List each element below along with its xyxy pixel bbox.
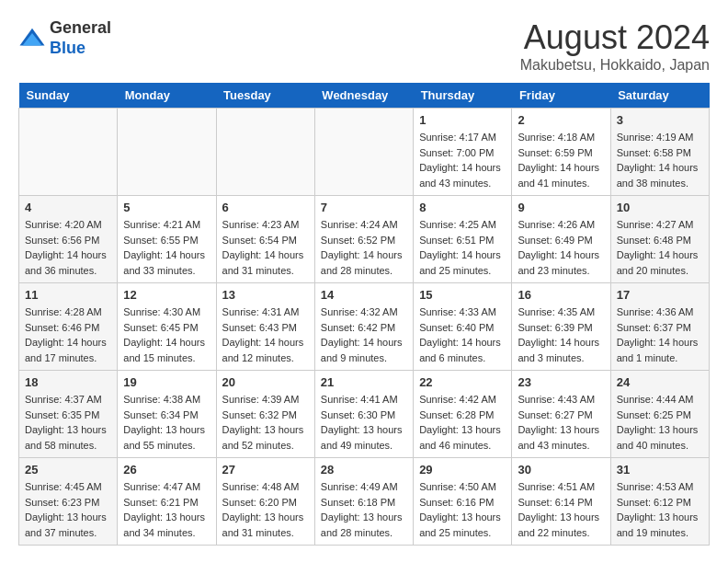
day-detail: Sunrise: 4:38 AMSunset: 6:34 PMDaylight:…	[123, 392, 210, 453]
day-detail: Sunrise: 4:35 AMSunset: 6:39 PMDaylight:…	[518, 304, 604, 365]
day-detail: Sunrise: 4:33 AMSunset: 6:40 PMDaylight:…	[419, 304, 506, 365]
calendar-cell: 15Sunrise: 4:33 AMSunset: 6:40 PMDayligh…	[414, 283, 512, 371]
day-detail: Sunrise: 4:32 AMSunset: 6:42 PMDaylight:…	[321, 304, 407, 365]
day-detail: Sunrise: 4:45 AMSunset: 6:23 PMDaylight:…	[25, 479, 111, 540]
logo-icon	[18, 25, 46, 52]
day-number: 5	[123, 201, 210, 214]
day-detail: Sunrise: 4:25 AMSunset: 6:51 PMDaylight:…	[419, 217, 506, 278]
calendar-cell: 22Sunrise: 4:42 AMSunset: 6:28 PMDayligh…	[414, 371, 512, 458]
week-row-1: 1Sunrise: 4:17 AMSunset: 7:00 PMDaylight…	[19, 109, 710, 196]
day-number: 20	[222, 375, 309, 389]
day-number: 24	[617, 375, 703, 389]
day-number: 9	[518, 201, 604, 214]
day-detail: Sunrise: 4:31 AMSunset: 6:43 PMDaylight:…	[222, 304, 309, 365]
col-header-wednesday: Wednesday	[314, 83, 413, 109]
day-detail: Sunrise: 4:51 AMSunset: 6:14 PMDaylight:…	[518, 479, 604, 540]
week-row-4: 18Sunrise: 4:37 AMSunset: 6:35 PMDayligh…	[19, 371, 710, 458]
day-number: 31	[617, 463, 703, 477]
day-number: 2	[518, 113, 604, 127]
calendar-cell: 31Sunrise: 4:53 AMSunset: 6:12 PMDayligh…	[610, 458, 709, 546]
day-number: 27	[222, 463, 309, 477]
calendar-cell: 28Sunrise: 4:49 AMSunset: 6:18 PMDayligh…	[314, 458, 413, 546]
day-detail: Sunrise: 4:26 AMSunset: 6:49 PMDaylight:…	[518, 217, 604, 278]
day-detail: Sunrise: 4:44 AMSunset: 6:25 PMDaylight:…	[617, 392, 703, 453]
calendar-cell: 16Sunrise: 4:35 AMSunset: 6:39 PMDayligh…	[512, 283, 610, 371]
day-detail: Sunrise: 4:37 AMSunset: 6:35 PMDaylight:…	[25, 392, 111, 453]
day-detail: Sunrise: 4:41 AMSunset: 6:30 PMDaylight:…	[321, 392, 407, 453]
day-detail: Sunrise: 4:30 AMSunset: 6:45 PMDaylight:…	[123, 304, 210, 365]
calendar-cell	[118, 109, 216, 196]
calendar-cell: 23Sunrise: 4:43 AMSunset: 6:27 PMDayligh…	[512, 371, 610, 458]
day-number: 11	[25, 288, 111, 302]
calendar-cell: 11Sunrise: 4:28 AMSunset: 6:46 PMDayligh…	[19, 283, 118, 371]
day-detail: Sunrise: 4:28 AMSunset: 6:46 PMDaylight:…	[25, 304, 111, 365]
logo: General Blue	[18, 18, 111, 58]
day-number: 21	[321, 375, 407, 389]
day-number: 16	[518, 288, 604, 302]
col-header-tuesday: Tuesday	[216, 83, 314, 109]
day-number: 26	[123, 463, 210, 477]
day-detail: Sunrise: 4:24 AMSunset: 6:52 PMDaylight:…	[321, 217, 407, 278]
calendar-cell: 12Sunrise: 4:30 AMSunset: 6:45 PMDayligh…	[118, 283, 216, 371]
day-number: 22	[419, 375, 506, 389]
day-number: 3	[617, 113, 703, 127]
calendar-header-row: SundayMondayTuesdayWednesdayThursdayFrid…	[19, 83, 710, 109]
day-detail: Sunrise: 4:36 AMSunset: 6:37 PMDaylight:…	[617, 304, 703, 365]
calendar-cell: 7Sunrise: 4:24 AMSunset: 6:52 PMDaylight…	[314, 196, 413, 283]
day-number: 8	[419, 201, 506, 214]
day-number: 7	[321, 201, 407, 214]
day-number: 19	[123, 375, 210, 389]
day-detail: Sunrise: 4:49 AMSunset: 6:18 PMDaylight:…	[321, 479, 407, 540]
calendar-cell: 4Sunrise: 4:20 AMSunset: 6:56 PMDaylight…	[19, 196, 118, 283]
day-detail: Sunrise: 4:27 AMSunset: 6:48 PMDaylight:…	[617, 217, 703, 278]
calendar-cell: 6Sunrise: 4:23 AMSunset: 6:54 PMDaylight…	[216, 196, 314, 283]
calendar-cell: 29Sunrise: 4:50 AMSunset: 6:16 PMDayligh…	[414, 458, 512, 546]
day-number: 10	[617, 201, 703, 214]
calendar-cell	[216, 109, 314, 196]
logo-text-general: General	[50, 18, 111, 37]
calendar-cell: 19Sunrise: 4:38 AMSunset: 6:34 PMDayligh…	[118, 371, 216, 458]
col-header-sunday: Sunday	[19, 83, 118, 109]
day-number: 18	[25, 375, 111, 389]
day-number: 30	[518, 463, 604, 477]
col-header-thursday: Thursday	[414, 83, 512, 109]
day-detail: Sunrise: 4:42 AMSunset: 6:28 PMDaylight:…	[419, 392, 506, 453]
logo-text-blue: Blue	[50, 39, 85, 57]
day-number: 29	[419, 463, 506, 477]
day-number: 12	[123, 288, 210, 302]
day-detail: Sunrise: 4:53 AMSunset: 6:12 PMDaylight:…	[617, 479, 703, 540]
week-row-3: 11Sunrise: 4:28 AMSunset: 6:46 PMDayligh…	[19, 283, 710, 371]
page-header: General Blue August 2024 Makubetsu, Hokk…	[18, 18, 710, 74]
calendar-cell: 26Sunrise: 4:47 AMSunset: 6:21 PMDayligh…	[118, 458, 216, 546]
calendar-cell: 24Sunrise: 4:44 AMSunset: 6:25 PMDayligh…	[610, 371, 709, 458]
day-detail: Sunrise: 4:43 AMSunset: 6:27 PMDaylight:…	[518, 392, 604, 453]
day-number: 28	[321, 463, 407, 477]
day-detail: Sunrise: 4:50 AMSunset: 6:16 PMDaylight:…	[419, 479, 506, 540]
week-row-5: 25Sunrise: 4:45 AMSunset: 6:23 PMDayligh…	[19, 458, 710, 546]
calendar-cell: 13Sunrise: 4:31 AMSunset: 6:43 PMDayligh…	[216, 283, 314, 371]
day-number: 13	[222, 288, 309, 302]
title-block: August 2024 Makubetsu, Hokkaido, Japan	[520, 18, 710, 74]
day-number: 4	[25, 201, 111, 214]
calendar-cell: 1Sunrise: 4:17 AMSunset: 7:00 PMDaylight…	[414, 109, 512, 196]
day-detail: Sunrise: 4:21 AMSunset: 6:55 PMDaylight:…	[123, 217, 210, 278]
calendar-cell: 18Sunrise: 4:37 AMSunset: 6:35 PMDayligh…	[19, 371, 118, 458]
day-detail: Sunrise: 4:20 AMSunset: 6:56 PMDaylight:…	[25, 217, 111, 278]
calendar-cell: 21Sunrise: 4:41 AMSunset: 6:30 PMDayligh…	[314, 371, 413, 458]
calendar-table: SundayMondayTuesdayWednesdayThursdayFrid…	[18, 83, 710, 546]
calendar-cell: 9Sunrise: 4:26 AMSunset: 6:49 PMDaylight…	[512, 196, 610, 283]
week-row-2: 4Sunrise: 4:20 AMSunset: 6:56 PMDaylight…	[19, 196, 710, 283]
day-detail: Sunrise: 4:47 AMSunset: 6:21 PMDaylight:…	[123, 479, 210, 540]
day-number: 23	[518, 375, 604, 389]
calendar-cell: 30Sunrise: 4:51 AMSunset: 6:14 PMDayligh…	[512, 458, 610, 546]
calendar-cell: 14Sunrise: 4:32 AMSunset: 6:42 PMDayligh…	[314, 283, 413, 371]
day-detail: Sunrise: 4:23 AMSunset: 6:54 PMDaylight:…	[222, 217, 309, 278]
day-detail: Sunrise: 4:39 AMSunset: 6:32 PMDaylight:…	[222, 392, 309, 453]
day-detail: Sunrise: 4:17 AMSunset: 7:00 PMDaylight:…	[419, 130, 506, 190]
day-number: 15	[419, 288, 506, 302]
calendar-cell: 17Sunrise: 4:36 AMSunset: 6:37 PMDayligh…	[610, 283, 709, 371]
calendar-cell	[19, 109, 118, 196]
location: Makubetsu, Hokkaido, Japan	[520, 57, 710, 74]
month-title: August 2024	[520, 18, 710, 57]
day-number: 6	[222, 201, 309, 214]
